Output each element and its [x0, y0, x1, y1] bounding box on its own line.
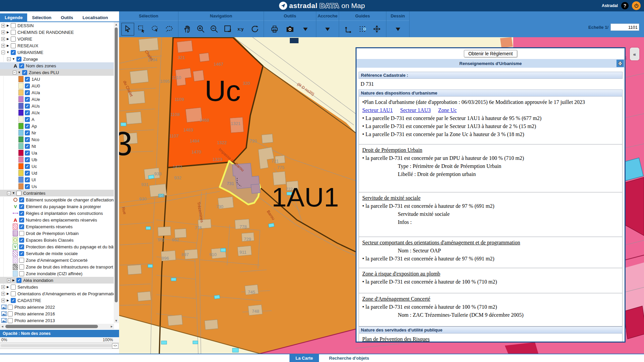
layer-checkbox[interactable] — [19, 258, 24, 263]
layer-checkbox[interactable]: ✓ — [25, 144, 30, 149]
tree-row[interactable]: ✓Ud — [0, 170, 114, 176]
sidebar-tab-légende[interactable]: Légende — [0, 13, 27, 21]
layer-checkbox[interactable] — [11, 285, 16, 290]
dot-grid-icon[interactable] — [356, 23, 369, 36]
expand-icon[interactable]: + — [1, 37, 5, 41]
tree-row[interactable]: +▶RESEAUX — [0, 42, 114, 49]
tree-row[interactable]: ✓Ap — [0, 123, 114, 129]
layer-checkbox[interactable]: ✓ — [25, 157, 30, 162]
tree-row[interactable]: −▼✓Zones des PLU — [0, 69, 114, 76]
tree-row[interactable]: Zone inondable (CIZI affinée) — [0, 270, 114, 277]
layer-checkbox[interactable]: ✓ — [19, 218, 24, 223]
tree-row[interactable]: A✓Nom des zones — [0, 62, 114, 69]
opacity-slider-track[interactable] — [1, 344, 113, 347]
layer-checkbox[interactable] — [11, 43, 16, 48]
axes-icon[interactable] — [342, 23, 355, 36]
tree-row[interactable]: ✓Bâtiment susceptible de changer d'affec… — [0, 196, 114, 203]
dropdown-icon[interactable] — [391, 23, 404, 36]
collapse-icon[interactable]: − — [7, 191, 11, 195]
tree-row[interactable]: ✓Nco — [0, 136, 114, 143]
tree-arrow-icon[interactable]: ▶ — [6, 299, 10, 302]
layer-checkbox[interactable]: ✓ — [25, 164, 30, 169]
dropdown-icon[interactable] — [299, 23, 312, 36]
layer-checkbox[interactable]: ✓ — [16, 57, 21, 62]
tree-row[interactable]: Zone de bruit des infrastructures de tra… — [0, 263, 114, 270]
print-icon[interactable] — [268, 23, 281, 36]
tree-row[interactable]: ✓AU0 — [0, 82, 114, 89]
collapse-icon[interactable]: − — [13, 71, 16, 74]
tree-row[interactable]: +▶VOIRIE — [0, 36, 114, 42]
rotate-icon[interactable] — [249, 23, 261, 36]
tree-row[interactable]: Droit de Préemption Urbain — [0, 230, 114, 237]
power-button[interactable] — [632, 1, 641, 10]
layer-checkbox[interactable]: ✓ — [25, 150, 30, 156]
tree-row[interactable]: ✓Espaces Boisés Classés — [0, 237, 114, 243]
tree-row[interactable]: ✓Ul — [0, 176, 114, 183]
layer-checkbox[interactable]: ✓ — [19, 244, 24, 249]
tree-row[interactable]: ✓Règles d implantation des constructions — [0, 210, 114, 217]
layer-checkbox[interactable]: ✓ — [25, 83, 30, 88]
tree-row[interactable]: +▶CHEMINS DE RANDONNEE — [0, 29, 114, 36]
pan-hand-icon[interactable] — [181, 23, 194, 36]
scroll-left-icon[interactable]: ◄ — [0, 324, 5, 329]
tree-row[interactable]: Photo aérienne 2016 — [0, 310, 114, 317]
tree-horizontal-scrollbar[interactable]: ◄ ► — [0, 324, 114, 329]
layer-checkbox[interactable] — [11, 291, 16, 296]
tree-row[interactable]: ✓Us — [0, 183, 114, 190]
expand-icon[interactable]: + — [1, 24, 5, 27]
layer-checkbox[interactable]: ✓ — [25, 171, 30, 176]
scroll-up-icon[interactable]: ▲ — [114, 22, 119, 27]
layer-checkbox[interactable]: ✓ — [25, 77, 30, 82]
layer-checkbox[interactable]: ✓ — [11, 50, 16, 55]
select-ellipse-icon[interactable] — [149, 23, 162, 36]
layer-checkbox[interactable] — [19, 271, 24, 276]
expand-icon[interactable]: + — [1, 285, 5, 289]
vertical-scroll-thumb[interactable] — [115, 27, 118, 302]
layer-checkbox[interactable] — [11, 37, 16, 42]
layer-checkbox[interactable]: ✓ — [19, 63, 24, 68]
layer-checkbox[interactable]: ✓ — [19, 251, 24, 256]
tree-arrow-icon[interactable]: ▶ — [6, 37, 10, 41]
horizontal-scroll-thumb[interactable] — [5, 325, 98, 328]
layer-checkbox[interactable]: ✓ — [19, 197, 24, 202]
layer-checkbox[interactable] — [11, 30, 16, 35]
select-rect-icon[interactable] — [135, 23, 148, 36]
tree-row[interactable]: Photo aérienne 2022 — [0, 304, 114, 310]
tree-row[interactable]: A✓Numéro des emplacements réservés — [0, 217, 114, 223]
panel-collapse-button[interactable]: « — [630, 48, 639, 60]
opacity-slider[interactable]: <> — [0, 343, 119, 349]
tree-arrow-icon[interactable]: ▼ — [12, 191, 15, 195]
sidebar-tab-localisation[interactable]: Localisation — [78, 13, 113, 21]
tree-arrow-icon[interactable]: ▶ — [6, 31, 10, 34]
collapse-icon[interactable]: − — [1, 51, 5, 54]
layer-checkbox[interactable] — [16, 191, 21, 196]
layer-checkbox[interactable] — [8, 311, 13, 316]
layer-checkbox[interactable] — [19, 231, 24, 236]
tree-row[interactable]: +▶Servitudes — [0, 284, 114, 290]
expand-icon[interactable]: + — [1, 299, 5, 302]
tree-row[interactable]: +▶DESSIN — [0, 22, 114, 29]
tree-row[interactable]: Zone d'Aménagement Concerté — [0, 257, 114, 263]
expand-icon[interactable]: + — [7, 279, 11, 282]
tree-vertical-scrollbar[interactable]: ▲ ▼ — [114, 22, 119, 323]
expand-icon[interactable]: + — [1, 44, 5, 48]
tree-row[interactable]: ✓Ua — [0, 149, 114, 156]
select-arrow-icon[interactable] — [121, 23, 134, 36]
tree-row[interactable]: ✓AUx — [0, 109, 114, 116]
tree-row[interactable]: −▼Contraintes — [0, 190, 114, 196]
sidebar-tab-sélection[interactable]: Sélection — [27, 13, 56, 21]
tab-recherche-objets[interactable]: Recherche d'objets — [323, 354, 375, 362]
zoom-extent-icon[interactable] — [221, 23, 234, 36]
tree-row[interactable]: ✓Servitude de mixite sociale — [0, 250, 114, 257]
layer-checkbox[interactable] — [11, 23, 16, 28]
zoom-out-icon[interactable] — [208, 23, 221, 36]
layer-checkbox[interactable]: ✓ — [25, 117, 30, 122]
print-icon[interactable] — [616, 60, 624, 67]
scroll-down-icon[interactable]: ▼ — [114, 318, 119, 323]
layer-checkbox[interactable]: ✓ — [25, 184, 30, 189]
layer-checkbox[interactable]: ✓ — [25, 90, 30, 95]
tree-row[interactable]: ✓Emplacements réservés — [0, 223, 114, 230]
move-cross-icon[interactable] — [371, 23, 383, 36]
tree-arrow-icon[interactable]: ▶ — [6, 24, 10, 27]
tree-row[interactable]: ✓Uc — [0, 163, 114, 170]
